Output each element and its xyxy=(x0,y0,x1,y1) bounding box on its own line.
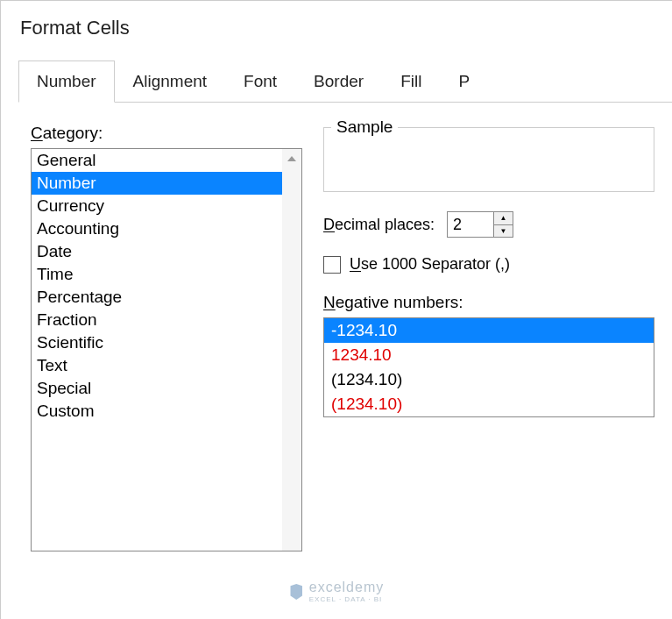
watermark-icon xyxy=(288,584,304,600)
sample-groupbox: Sample xyxy=(323,127,654,192)
thousand-separator-label: Use 1000 Separator (,) xyxy=(350,255,510,274)
list-item[interactable]: Percentage xyxy=(32,286,301,309)
list-item[interactable]: Accounting xyxy=(32,217,301,240)
tab-border[interactable]: Border xyxy=(295,60,382,102)
thousand-separator-row: Use 1000 Separator (,) xyxy=(323,255,654,274)
list-item[interactable]: (1234.10) xyxy=(324,367,654,392)
list-item[interactable]: Special xyxy=(32,377,301,400)
sample-legend: Sample xyxy=(331,117,398,137)
negative-numbers-section: Negative numbers: -1234.101234.10(1234.1… xyxy=(323,293,654,417)
list-item[interactable]: Text xyxy=(32,354,301,377)
list-item[interactable]: Fraction xyxy=(32,309,301,331)
tab-number[interactable]: Number xyxy=(18,60,115,103)
list-item[interactable]: Date xyxy=(32,240,301,263)
list-item[interactable]: General xyxy=(32,149,301,172)
decimal-places-input[interactable] xyxy=(448,212,493,237)
list-item[interactable]: -1234.10 xyxy=(324,318,654,343)
list-item[interactable]: Time xyxy=(32,263,301,286)
options-column: Sample Decimal places: ▲ ▼ Use 1000 Sep xyxy=(323,124,654,551)
scroll-up-icon[interactable] xyxy=(282,149,301,168)
tab-font[interactable]: Font xyxy=(225,60,295,102)
list-item[interactable]: Scientific xyxy=(32,331,301,354)
tab-alignment[interactable]: Alignment xyxy=(115,60,226,102)
format-cells-dialog: Format Cells NumberAlignmentFontBorderFi… xyxy=(0,0,672,619)
category-label: Category: xyxy=(31,124,302,143)
tab-strip: NumberAlignmentFontBorderFillP xyxy=(18,60,672,103)
dialog-content: Category: GeneralNumberCurrencyAccountin… xyxy=(1,103,672,551)
decimal-places-stepper[interactable]: ▲ ▼ xyxy=(447,211,513,238)
spinner-up-button[interactable]: ▲ xyxy=(494,212,513,225)
spinner: ▲ ▼ xyxy=(493,212,513,237)
spinner-down-button[interactable]: ▼ xyxy=(494,225,513,238)
category-listbox[interactable]: GeneralNumberCurrencyAccountingDateTimeP… xyxy=(31,148,302,551)
negative-numbers-listbox[interactable]: -1234.101234.10(1234.10)(1234.10) xyxy=(323,317,654,417)
watermark: exceldemy EXCEL · DATA · BI xyxy=(288,580,384,603)
list-item[interactable]: Number xyxy=(32,172,301,195)
decimal-places-label: Decimal places: xyxy=(323,216,435,234)
category-scrollbar[interactable] xyxy=(282,149,301,551)
list-item[interactable]: Currency xyxy=(32,195,301,217)
category-column: Category: GeneralNumberCurrencyAccountin… xyxy=(31,124,302,551)
decimal-places-row: Decimal places: ▲ ▼ xyxy=(323,211,654,238)
tab-fill[interactable]: Fill xyxy=(382,60,440,102)
list-item[interactable]: (1234.10) xyxy=(324,392,654,416)
list-item[interactable]: 1234.10 xyxy=(324,343,654,367)
dialog-title: Format Cells xyxy=(1,1,672,60)
tab-p[interactable]: P xyxy=(440,60,488,102)
list-item[interactable]: Custom xyxy=(32,400,301,423)
thousand-separator-checkbox[interactable] xyxy=(323,256,341,274)
negative-numbers-label: Negative numbers: xyxy=(323,293,654,312)
